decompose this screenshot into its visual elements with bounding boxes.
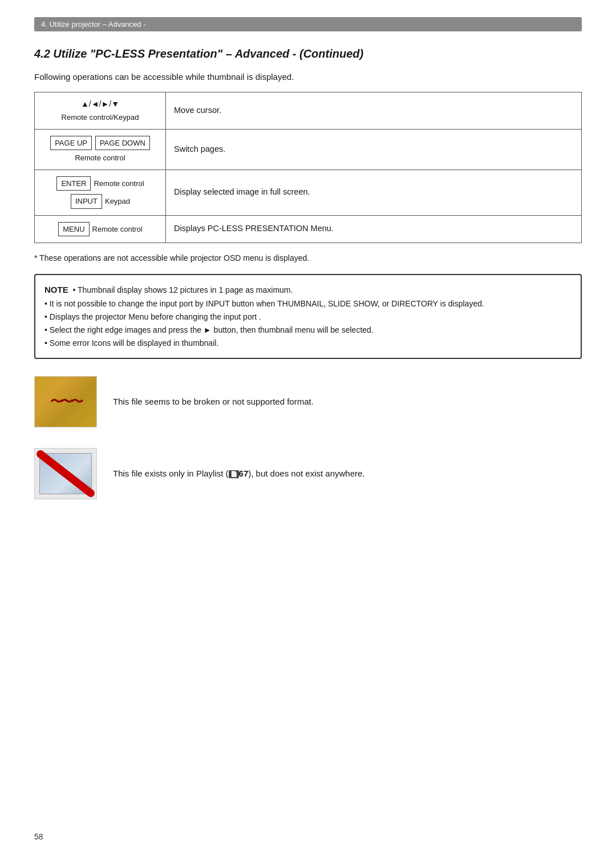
page-down-key: PAGE DOWN: [95, 136, 150, 151]
key-symbol: ▲/◄/►/▼: [43, 98, 157, 110]
enter-key: ENTER: [56, 176, 91, 191]
note-content: NOTE • Thumbnail display shows 12 pictur…: [44, 283, 572, 350]
missing-file-desc: This file exists only in Playlist (📄67),…: [113, 467, 582, 481]
key-cell: ▲/◄/►/▼ Remote control/Keypad: [35, 92, 166, 130]
broken-file-icon: [34, 376, 97, 427]
red-slash-overlay: [35, 449, 96, 499]
note-box: NOTE • Thumbnail display shows 12 pictur…: [34, 274, 582, 359]
table-row: PAGE UP PAGE DOWN Remote control Switch …: [35, 129, 582, 169]
page-number: 58: [34, 832, 43, 841]
playlist-ref-icon: 📄: [229, 470, 239, 478]
playlist-page-num: 67: [239, 469, 249, 478]
asterisk-note: * These operations are not accessible wh…: [34, 253, 582, 263]
key-label: Remote control/Keypad: [43, 112, 157, 123]
table-row: MENU Remote control Displays PC-LESS PRE…: [35, 215, 582, 243]
operations-table: ▲/◄/►/▼ Remote control/Keypad Move curso…: [34, 92, 582, 243]
section-title: 4.2 Utilize "PC-LESS Presentation" – Adv…: [34, 47, 582, 60]
key-symbol: PAGE UP PAGE DOWN: [43, 135, 157, 151]
key-cell: ENTER Remote control INPUT Keypad: [35, 169, 166, 215]
menu-key: MENU: [58, 222, 89, 237]
page-up-key: PAGE UP: [50, 136, 92, 151]
key-cell: MENU Remote control: [35, 215, 166, 243]
breadcrumb: 4. Utilize projector – Advanced -: [34, 17, 582, 31]
broken-file-item: This file seems to be broken or not supp…: [34, 376, 582, 427]
action-cell: Move cursor.: [166, 92, 582, 130]
table-row: ▲/◄/►/▼ Remote control/Keypad Move curso…: [35, 92, 582, 130]
action-cell: Displays PC-LESS PRESENTATION Menu.: [166, 215, 582, 243]
missing-file-icon: [34, 448, 97, 499]
key-cell: PAGE UP PAGE DOWN Remote control: [35, 129, 166, 169]
table-row: ENTER Remote control INPUT Keypad Displa…: [35, 169, 582, 215]
broken-file-desc: This file seems to be broken or not supp…: [113, 395, 582, 409]
note-header: NOTE: [44, 285, 68, 294]
key-label: Remote control: [43, 152, 157, 164]
missing-file-item: This file exists only in Playlist (📄67),…: [34, 448, 582, 499]
action-cell: Display selected image in full screen.: [166, 169, 582, 215]
intro-text: Following operations can be accessible w…: [34, 72, 582, 82]
action-cell: Switch pages.: [166, 129, 582, 169]
input-key: INPUT: [71, 194, 102, 209]
svg-line-0: [40, 454, 91, 493]
